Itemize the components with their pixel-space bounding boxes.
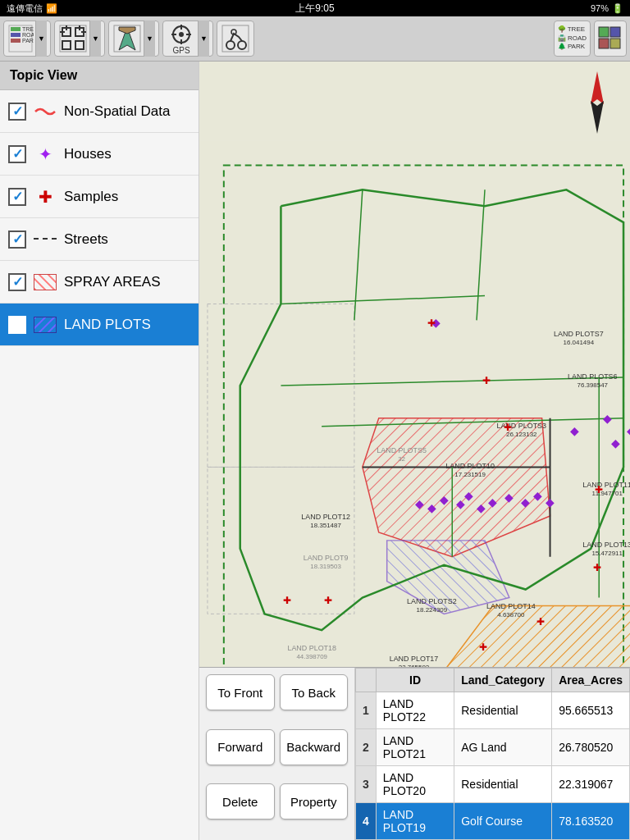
svg-text:LAND PLOT18: LAND PLOT18 [287, 644, 336, 652]
sidebar-item-non-spatial[interactable]: ✓ Non-Spatial Data [0, 90, 199, 133]
gps-dropdown[interactable]: GPS ▼ [162, 21, 213, 57]
svg-text:LAND PLOTS7: LAND PLOTS7 [554, 330, 604, 338]
zoom-extent-icon [58, 24, 88, 53]
layer-checkbox-land-plots[interactable]: ✓ [8, 316, 26, 334]
land-plots-icon [33, 315, 57, 335]
sidebar-item-land-plots[interactable]: ✓ LAND PLOTS [0, 304, 199, 346]
houses-icon: ✦ [33, 144, 57, 164]
sidebar-item-houses[interactable]: ✓ ✦ Houses [0, 133, 199, 176]
svg-text:✚: ✚ [593, 562, 601, 573]
property-button[interactable]: Property [280, 783, 349, 819]
svg-text:LAND PLOT14: LAND PLOT14 [486, 602, 536, 610]
topic-view-label: Topic View [10, 68, 77, 82]
svg-rect-2 [11, 33, 21, 37]
svg-text:LAND PLOT12: LAND PLOT12 [301, 513, 350, 521]
to-front-button[interactable]: To Front [206, 674, 275, 710]
svg-text:16.041494: 16.041494 [564, 339, 595, 346]
layer-checkbox-spray-areas[interactable]: ✓ [8, 273, 26, 291]
samples-icon: ✚ [33, 187, 57, 207]
layer-selector-dropdown[interactable]: TREE ROAD PARK ▼ [3, 21, 51, 57]
land-plots-table: ID Land_Category Area_Acres 1 LAND PLOT2… [355, 668, 630, 840]
land-plots-label: LAND PLOTS [64, 317, 151, 333]
layers-mini-left: 🌳 TREE 🛣️ ROAD 🌲 PARK [558, 25, 587, 51]
svg-text:◆: ◆ [427, 501, 436, 514]
svg-text:◆: ◆ [415, 497, 424, 510]
svg-text:LAND PLOT17: LAND PLOT17 [390, 655, 439, 663]
svg-text:◆: ◆ [477, 501, 486, 514]
cell-id: LAND PLOT20 [376, 766, 454, 803]
spray-areas-icon [33, 272, 57, 292]
status-time: 上午9:05 [295, 2, 334, 16]
streets-label: Streets [64, 231, 108, 248]
cell-num: 4 [356, 803, 377, 840]
svg-text:4.638700: 4.638700 [497, 611, 525, 619]
delete-button[interactable]: Delete [206, 783, 275, 819]
sidebar-item-spray-areas[interactable]: ✓ SPRAY AREAS [0, 261, 199, 304]
layers-right-btn[interactable]: 🌳 TREE 🛣️ ROAD 🌲 PARK [554, 21, 591, 57]
svg-text:✚: ✚ [324, 595, 332, 606]
toolbar: TREE ROAD PARK ▼ ▼ [0, 16, 630, 62]
cell-area: 78.163520 [552, 803, 630, 840]
layer-checkbox-samples[interactable]: ✓ [8, 188, 26, 206]
cell-category: Golf Course [454, 803, 552, 840]
non-spatial-icon [33, 102, 57, 121]
sidebar-item-samples[interactable]: ✓ ✚ Samples [0, 176, 199, 218]
map-style-dropdown[interactable]: ▼ [108, 21, 159, 57]
svg-rect-30 [610, 27, 620, 37]
cell-id: LAND PLOT21 [376, 729, 454, 766]
svg-text:15.472911: 15.472911 [591, 550, 623, 557]
status-left: 遠傳電信 📶 [7, 2, 57, 15]
navigation-btn[interactable] [217, 21, 254, 57]
layer-checkbox-streets[interactable]: ✓ [8, 231, 26, 249]
table-row[interactable]: 4 LAND PLOT19 Golf Course 78.163520 [356, 803, 630, 840]
svg-rect-32 [610, 39, 620, 48]
svg-text:◆: ◆ [546, 495, 555, 509]
svg-text:◆: ◆ [533, 489, 542, 502]
table-row[interactable]: 2 LAND PLOT21 AG Land 26.780520 [356, 729, 630, 766]
zoom-extent-dropdown[interactable]: ▼ [54, 21, 105, 57]
svg-text:LAND PLOT11: LAND PLOT11 [582, 481, 630, 489]
table-row[interactable]: 1 LAND PLOT22 Residential 95.665513 [356, 692, 630, 729]
svg-text:◆: ◆ [611, 436, 620, 450]
svg-text:✚: ✚ [536, 616, 545, 628]
grid-view-btn[interactable] [594, 21, 627, 57]
forward-button[interactable]: Forward [206, 729, 275, 765]
to-back-button[interactable]: To Back [280, 674, 349, 710]
status-right: 97% 🔋 [591, 3, 623, 14]
action-buttons: To Front To Back Forward Backward Delete… [199, 668, 355, 840]
houses-label: Houses [64, 146, 112, 162]
cell-num: 3 [356, 766, 377, 803]
zoom-extent-arrow[interactable]: ▼ [89, 21, 101, 57]
svg-rect-3 [11, 39, 21, 43]
backward-button[interactable]: Backward [280, 729, 349, 765]
cell-num: 2 [356, 729, 377, 766]
status-bar: 遠傳電信 📶 上午9:05 97% 🔋 [0, 0, 630, 16]
table-header-row: ID Land_Category Area_Acres [356, 669, 630, 692]
svg-text:◆: ◆ [464, 489, 473, 502]
svg-rect-29 [599, 27, 609, 37]
map-style-arrow[interactable]: ▼ [144, 21, 155, 57]
table-row[interactable]: 3 LAND PLOT20 Residential 22.319067 [356, 766, 630, 803]
map-style-icon [112, 24, 142, 53]
col-id: ID [376, 669, 454, 692]
gps-label: GPS [172, 46, 189, 55]
svg-text:32: 32 [398, 455, 405, 463]
layer-checkbox-houses[interactable]: ✓ [8, 145, 26, 163]
svg-text:✚: ✚ [504, 422, 512, 433]
svg-text:✚: ✚ [427, 317, 436, 329]
svg-text:18.319503: 18.319503 [310, 563, 341, 570]
layer-selector-icon: TREE ROAD PARK [7, 24, 34, 53]
svg-text:76.398547: 76.398547 [577, 381, 608, 389]
layer-selector-arrow[interactable]: ▼ [35, 21, 47, 57]
cell-area: 26.780520 [552, 729, 630, 766]
svg-text:TREE: TREE [22, 26, 34, 32]
svg-text:LAND PLOTS6: LAND PLOTS6 [568, 372, 618, 381]
layer-checkbox-non-spatial[interactable]: ✓ [8, 103, 26, 121]
svg-text:◆: ◆ [521, 495, 530, 509]
map-area[interactable]: LAND PLOTS7 16.041494 LAND PLOTS8 12.426… [199, 62, 630, 840]
sidebar-item-streets[interactable]: ✓ Streets [0, 218, 199, 261]
battery-label: 97% [591, 3, 609, 13]
svg-text:17.231519: 17.231519 [454, 471, 486, 478]
gps-arrow[interactable]: ▼ [198, 21, 209, 57]
battery-icon: 🔋 [612, 3, 623, 14]
